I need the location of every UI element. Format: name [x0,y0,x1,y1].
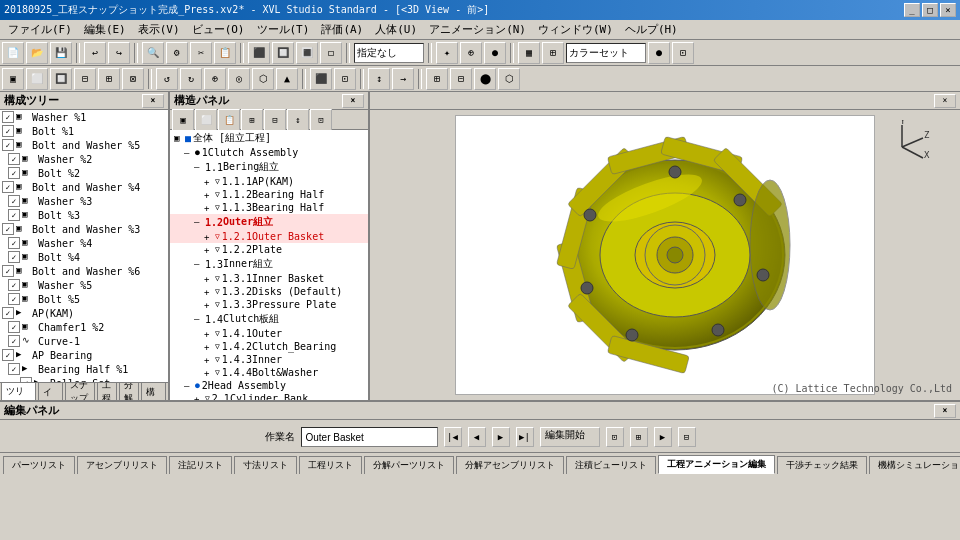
struct-plate[interactable]: + ▽ 1.2.2 Plate [170,243,368,256]
tb2-btn11[interactable]: ⬡ [252,68,274,90]
tb2-btn10[interactable]: ◎ [228,68,250,90]
struct-head-assembly[interactable]: — ● 2 Head Assembly [170,379,368,392]
tree-item-boltwa3[interactable]: ✓ ▣ Bolt and Washer %3 [0,222,168,236]
struct-bearinghalf3[interactable]: + ▽ 1.1.3 Bearing Half [170,201,368,214]
mp-btn1[interactable]: ▣ [172,109,194,131]
checkbox-curve1[interactable]: ✓ [8,335,20,347]
checkbox-bearinghalf1[interactable]: ✓ [8,363,20,375]
tree-item-bolt5[interactable]: ✓ ▣ Bolt %5 [0,292,168,306]
bot-tab-explodeparts[interactable]: 分解パーツリスト [364,456,454,474]
left-panel-content[interactable]: ✓ ▣ Washer %1 ✓ ▣ Bolt %1 ✓ ▣ Bolt and W… [0,110,168,382]
tb2-btn12[interactable]: ▲ [276,68,298,90]
tb2-btn20[interactable]: ⬡ [498,68,520,90]
struct-clutch-assembly[interactable]: — ● 1 Clutch Assembly [170,146,368,159]
btn4[interactable]: ✂ [190,42,212,64]
tree-item-bolt4[interactable]: ✓ ▣ Bolt %4 [0,250,168,264]
tb2-btn9[interactable]: ⊕ [204,68,226,90]
checkbox-washer2[interactable]: ✓ [8,153,20,165]
struct-inner[interactable]: + ▽ 1.4.3 Inner [170,353,368,366]
bot-tab-bom[interactable]: 注積ビューリスト [566,456,656,474]
tree-item-chamfer[interactable]: ✓ ▣ Chamfer1 %2 [0,320,168,334]
target-combo[interactable] [354,43,424,63]
tb2-btn3[interactable]: 🔲 [50,68,72,90]
struct-clutch-bearing[interactable]: + ▽ 1.4.2 Clutch_Bearing [170,340,368,353]
new-button[interactable]: 📄 [2,42,24,64]
menu-view[interactable]: 表示(V) [132,20,186,39]
bot-tab-anim[interactable]: 工程アニメーション編集 [658,455,775,474]
edit-panel-close[interactable]: × [934,404,956,418]
btn8[interactable]: 🔳 [296,42,318,64]
tb2-btn13[interactable]: ⬛ [310,68,332,90]
struct-disks[interactable]: + ▽ 1.3.2 Disks (Default) [170,285,368,298]
struct-clutch-sub[interactable]: — 1.4 Clutch板組 [170,311,368,327]
nav-prev[interactable]: ◀ [468,427,486,447]
bot-tab-notes[interactable]: 注記リスト [169,456,232,474]
color-combo[interactable] [566,43,646,63]
edit-start-btn[interactable]: 編集開始 [540,427,600,447]
tree-item-boltwa6[interactable]: ✓ ▣ Bolt and Washer %6 [0,264,168,278]
tree-item-apkam[interactable]: ✓ ▶ AP(KAM) [0,306,168,320]
tb2-btn1[interactable]: ▣ [2,68,24,90]
menu-anim[interactable]: アニメーション(N) [423,20,532,39]
mp-btn5[interactable]: ⊟ [264,109,286,131]
btn6[interactable]: ⬛ [248,42,270,64]
btn15[interactable]: ● [648,42,670,64]
struct-outer-basket[interactable]: + ▽ 1.2.1 Outer Basket [170,230,368,243]
mp-btn6[interactable]: ↕ [287,109,309,131]
left-tab-snap[interactable]: スナップ [65,382,95,400]
tb2-btn17[interactable]: ⊞ [426,68,448,90]
maximize-button[interactable]: □ [922,3,938,17]
viewport[interactable] [455,115,875,395]
struct-outer[interactable]: + ▽ 1.4.1 Outer [170,327,368,340]
menu-tools[interactable]: ツール(T) [251,20,316,39]
ep-btn2[interactable]: ⊞ [630,427,648,447]
tb2-btn8[interactable]: ↻ [180,68,202,90]
btn10[interactable]: ✦ [436,42,458,64]
mid-panel-content[interactable]: ▣ ■ 全体 [組立工程] — ● 1 Clutch Assembly — 1.… [170,130,368,400]
checkbox-washer3[interactable]: ✓ [8,195,20,207]
checkbox-bolt4[interactable]: ✓ [8,251,20,263]
ep-btn3[interactable]: ▶ [654,427,672,447]
save-button[interactable]: 💾 [50,42,72,64]
bot-tab-assembly[interactable]: アセンブリリスト [77,456,167,474]
left-tab-bunkai[interactable]: 分解 [119,382,139,400]
tree-item-bolt2[interactable]: ✓ ▣ Bolt %2 [0,166,168,180]
checkbox-apbearing[interactable]: ✓ [2,349,14,361]
tree-item-washer5[interactable]: ✓ ▣ Washer %5 [0,278,168,292]
struct-root[interactable]: ▣ ■ 全体 [組立工程] [170,130,368,146]
btn14[interactable]: ⊞ [542,42,564,64]
struct-outer-assembly[interactable]: — 1.2 Outer組立 [170,214,368,230]
tb2-btn6[interactable]: ⊠ [122,68,144,90]
search-button[interactable]: 🔍 [142,42,164,64]
tree-item-washer1[interactable]: ✓ ▣ Washer %1 [0,110,168,124]
tb2-btn5[interactable]: ⊞ [98,68,120,90]
struct-inner-basket[interactable]: + ▽ 1.3.1 Inner Basket [170,272,368,285]
bot-tab-dims[interactable]: 寸法リスト [234,456,297,474]
checkbox-bolt3[interactable]: ✓ [8,209,20,221]
checkbox-boltwa6[interactable]: ✓ [2,265,14,277]
checkbox-washer1[interactable]: ✓ [2,111,14,123]
view-close[interactable]: × [934,94,956,108]
ep-btn1[interactable]: ⊡ [606,427,624,447]
close-button[interactable]: × [940,3,956,17]
struct-apkam[interactable]: + ▽ 1.1.1 AP(KAM) [170,175,368,188]
menu-file[interactable]: ファイル(F) [2,20,78,39]
mp-btn3[interactable]: 📋 [218,109,240,131]
tb2-btn19[interactable]: ⬤ [474,68,496,90]
tree-item-apbearing[interactable]: ✓ ▶ AP Bearing [0,348,168,362]
btn11[interactable]: ⊕ [460,42,482,64]
menu-edit[interactable]: 編集(E) [78,20,132,39]
struct-pressure[interactable]: + ▽ 1.3.3 Pressure Plate [170,298,368,311]
menu-view2[interactable]: ビュー(O) [186,20,251,39]
checkbox-boltwa4[interactable]: ✓ [2,181,14,193]
btn9[interactable]: ◻ [320,42,342,64]
struct-boltwasher[interactable]: + ▽ 1.4.4 Bolt&Washer [170,366,368,379]
menu-eval[interactable]: 評価(A) [315,20,369,39]
checkbox-bolt1[interactable]: ✓ [2,125,14,137]
ep-btn4[interactable]: ⊟ [678,427,696,447]
nav-next[interactable]: ▶ [492,427,510,447]
checkbox-washer4[interactable]: ✓ [8,237,20,249]
btn7[interactable]: 🔲 [272,42,294,64]
tree-item-washer4[interactable]: ✓ ▣ Washer %4 [0,236,168,250]
tb2-btn15[interactable]: ↕ [368,68,390,90]
